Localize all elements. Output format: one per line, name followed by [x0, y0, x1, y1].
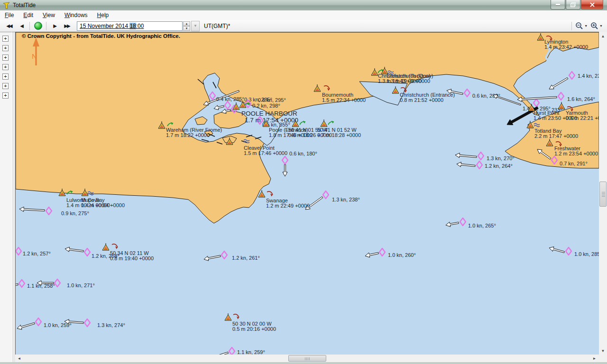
date-input[interactable]: 15 November 2014 18:00 — [77, 21, 183, 31]
stream-label: 1.2 kn, 261° — [232, 255, 260, 261]
scroll-up-icon[interactable]: ▲ — [599, 32, 607, 40]
menu-view[interactable]: View — [38, 11, 60, 19]
station-value: 1.2 m 23:54 +0000 — [554, 151, 598, 156]
close-icon — [590, 2, 595, 7]
map-area: 0.4 kn, 285°0.3 kn, 285°0.6 kn, 295°0.2 … — [15, 32, 599, 355]
scrollbar-corner — [599, 355, 607, 362]
maximize-button[interactable] — [566, 0, 580, 9]
tree-expand-button[interactable]: + — [2, 83, 9, 89]
map-canvas[interactable]: 0.4 kn, 285°0.3 kn, 285°0.6 kn, 295°0.2 … — [16, 32, 599, 355]
menu-windows[interactable]: Windows — [60, 11, 92, 19]
window-bottom-border — [0, 362, 607, 364]
restore-icon — [570, 2, 576, 7]
now-button[interactable] — [32, 21, 44, 31]
station-value: 0.8 m 19:40 +0000 — [110, 255, 154, 261]
horizontal-scroll-thumb[interactable] — [288, 355, 326, 362]
vertical-scroll-thumb[interactable] — [599, 182, 607, 207]
stream-label: 0.6 kn, 295° — [258, 97, 286, 103]
menubar: File Edit View Windows Help — [0, 10, 607, 20]
vertical-scrollbar[interactable]: ▲ ▼ — [599, 32, 607, 355]
station-value: 1.5 m 17:46 +0000 — [244, 150, 287, 156]
station-value: 1.4 m 23:42 +0000 — [544, 44, 588, 50]
menu-file[interactable]: File — [0, 11, 18, 19]
station-tree-panel: + + + + + + + — [0, 32, 12, 362]
toolbar: ◀◀ ◀ ▶ ▶▶ 15 November 2014 18:00 ▲ ▼ ▼ U… — [0, 20, 607, 32]
zoom-controls: ▼ ▼ — [570, 21, 604, 31]
stream-label: 0.6 kn, 180° — [289, 151, 317, 156]
app-window: TotalTide File Edit View Windows Help ◀◀… — [0, 0, 607, 364]
stream-label: 1.2 kn, 257° — [23, 251, 51, 256]
tree-expand-button[interactable]: + — [2, 55, 9, 61]
station-value: 1.3 m 19:00 +0000 — [386, 78, 430, 84]
station-value: 0.5 m 20:16 +0000 — [232, 326, 276, 332]
zoom-in-caret-icon[interactable]: ▼ — [599, 24, 603, 27]
stream-label: 1.3 kn, 270° — [487, 155, 515, 161]
date-text-post: :00 — [136, 23, 144, 29]
date-spinner[interactable]: ▲ ▼ — [183, 21, 190, 31]
scroll-left-icon[interactable]: ◄ — [15, 355, 23, 362]
spinner-down-icon[interactable]: ▼ — [183, 26, 190, 31]
station-value: 0.7 m 18:28 +0000 — [317, 132, 361, 138]
timezone-label: UT(GMT)* — [204, 23, 230, 29]
now-icon — [34, 22, 42, 30]
menu-edit[interactable]: Edit — [18, 11, 38, 19]
step-back-button[interactable]: ◀ — [15, 21, 28, 31]
stream-label: 1.0 kn, 265° — [468, 223, 496, 228]
stream-label: 1.2 kn, 264° — [485, 163, 513, 169]
minimize-button[interactable] — [551, 0, 565, 9]
close-button[interactable] — [581, 0, 603, 9]
horizontal-scrollbar[interactable]: ◄ ► — [15, 355, 598, 362]
window-title: TotalTide — [13, 2, 36, 9]
copyright-label: © Crown Copyright - from TotalTide. UK H… — [22, 33, 180, 39]
spinner-up-icon[interactable]: ▲ — [183, 21, 190, 26]
stream-label: 0.2 kn, 298° — [252, 103, 280, 109]
tree-expand-button[interactable]: + — [2, 45, 9, 51]
stream-label: 0.9 kn, 275° — [61, 210, 89, 216]
place-label: 1.7 m 17:54 +0000 — [245, 117, 298, 124]
stream-label: 1.4 kn, 23 — [578, 73, 599, 79]
skip-back-button[interactable]: ◀◀ — [3, 21, 15, 31]
stream-label: 1.3 kn, 238° — [332, 197, 360, 202]
app-logo-icon — [3, 2, 10, 9]
station-value: 1.7 m 18:22 +0000 — [166, 132, 210, 138]
station-value: 1.5 m 22:34 +0000 — [322, 97, 366, 103]
station-value: 1.4 m 00:04 +0000 — [81, 202, 125, 208]
stream-label: 1.0 kn, 260° — [388, 252, 416, 258]
date-text-pre: 15 November 2014 — [80, 23, 129, 29]
date-dropdown-button[interactable]: ▼ — [191, 21, 200, 31]
station-value: 0.8 m 21:52 +0000 — [400, 97, 443, 103]
zoom-out-caret-icon[interactable]: ▼ — [584, 24, 588, 27]
tree-expand-button[interactable]: + — [2, 64, 9, 70]
place-label: POOLE HARBOUR — [241, 110, 297, 117]
date-text-selected: 18 — [129, 23, 136, 29]
scroll-down-icon[interactable]: ▼ — [599, 347, 607, 355]
zoom-out-button[interactable]: ▼ — [574, 22, 589, 30]
stream-label: 1.6 kn, 264° — [567, 96, 595, 102]
station-value: 2.2 m 17:47 +0000 — [534, 133, 578, 139]
zoom-out-icon — [575, 22, 583, 30]
stream-label: 1.0 kn, 285° — [574, 251, 599, 257]
stream-label: 1.0 kn, 271° — [67, 282, 95, 288]
tree-expand-button[interactable]: + — [2, 73, 9, 80]
step-forward-button[interactable]: ▶ — [48, 21, 61, 31]
stream-label: 0.4 kn, 285° — [216, 96, 244, 102]
menu-help[interactable]: Help — [92, 11, 114, 19]
north-label: N — [32, 52, 37, 60]
zoom-in-button[interactable]: ▼ — [589, 22, 604, 30]
tree-expand-button[interactable]: + — [2, 92, 9, 99]
stream-label: 0.7 kn, 291° — [560, 161, 588, 166]
stream-label: 1.1 kn, 259° — [237, 349, 265, 355]
zoom-in-icon — [590, 22, 598, 30]
tree-expand-button[interactable]: + — [2, 36, 9, 42]
skip-forward-button[interactable]: ▶▶ — [61, 21, 73, 31]
stream-label: 1.3 kn, 274° — [97, 322, 125, 328]
titlebar[interactable]: TotalTide — [0, 0, 607, 11]
station-value: 0.6 m 22:21 +0000 — [566, 115, 599, 121]
minimize-icon — [556, 4, 560, 5]
scroll-right-icon[interactable]: ► — [590, 355, 598, 362]
station-value: 1.2 m 22:49 +0000 — [266, 203, 310, 209]
